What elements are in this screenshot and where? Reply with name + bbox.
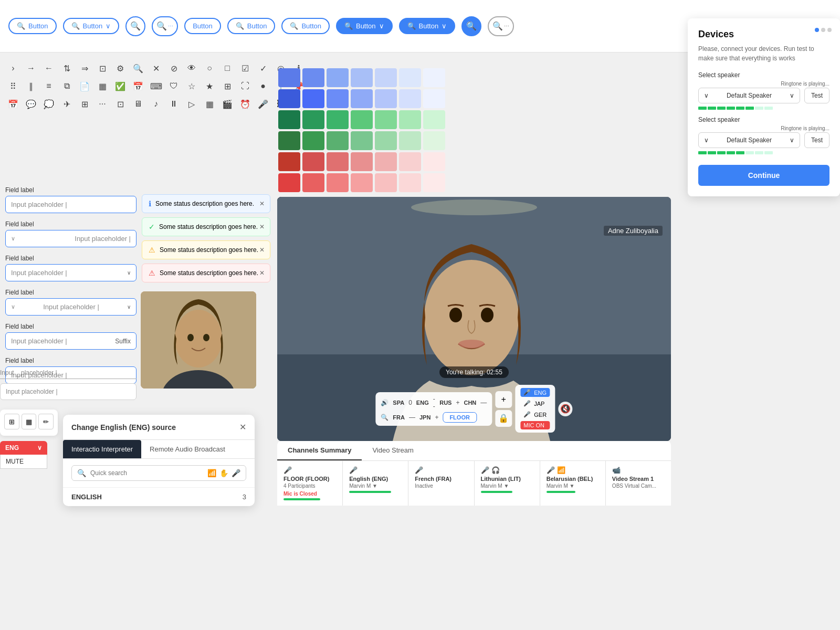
color-red-d5[interactable] xyxy=(375,173,397,192)
color-blue-d1[interactable] xyxy=(278,89,300,108)
color-green-5[interactable] xyxy=(375,110,397,129)
bottom-input-2[interactable]: Input placeholder | xyxy=(0,383,136,400)
color-green-2[interactable] xyxy=(302,110,324,129)
test-speaker1-btn[interactable]: Test xyxy=(804,88,830,103)
color-green-d2[interactable] xyxy=(302,131,324,150)
color-green-d5[interactable] xyxy=(375,131,397,150)
continue-btn[interactable]: Continue xyxy=(698,165,830,186)
search-more-btn-2[interactable]: 🔍⋯ xyxy=(488,16,514,36)
field-input-2[interactable]: ∨ Input placeholder | xyxy=(5,230,136,247)
color-blue-d7[interactable] xyxy=(423,89,445,108)
bottom-input-1[interactable]: Input _ placeholder | xyxy=(0,365,136,379)
tab-interactio[interactable]: Interactio Interpreter xyxy=(63,440,141,458)
color-green-4[interactable] xyxy=(351,110,373,129)
close-warning-btn[interactable]: ✕ xyxy=(259,246,265,254)
lang-dropdown-selected[interactable]: ENG ∨ xyxy=(0,441,47,455)
slash-icon[interactable]: ⊘ xyxy=(166,60,182,76)
star-outline-icon[interactable]: ☆ xyxy=(184,78,200,94)
color-red-6[interactable] xyxy=(399,152,421,171)
play-icon[interactable]: ▷ xyxy=(184,96,200,112)
speaker2-select[interactable]: ∨ Default Speaker ∨ xyxy=(698,132,800,148)
color-red-d1[interactable] xyxy=(278,173,300,192)
chevron-right-icon[interactable]: › xyxy=(5,60,21,76)
color-blue-d2[interactable] xyxy=(302,89,324,108)
button-filled-arrow[interactable]: 🔍 Button ∨ xyxy=(336,18,393,34)
color-red-d4[interactable] xyxy=(351,173,373,192)
color-blue-7[interactable] xyxy=(423,68,445,87)
close-icon[interactable]: ✕ xyxy=(148,60,164,76)
color-red-d3[interactable] xyxy=(327,173,349,192)
edit-btn[interactable]: ✏ xyxy=(38,414,54,429)
close-error-btn[interactable]: ✕ xyxy=(259,269,265,277)
field-input-4[interactable]: ∨ Input placeholder | ∨ xyxy=(5,298,136,316)
search-icon-grid[interactable]: 🔍 xyxy=(130,60,146,76)
close-info-btn[interactable]: ✕ xyxy=(259,200,265,207)
search-icon-btn[interactable]: 🔍 xyxy=(125,16,145,36)
mic-icon[interactable]: 🎤 xyxy=(255,96,271,112)
quick-search-input[interactable] xyxy=(90,469,203,477)
bubble-icon[interactable]: 💭 xyxy=(41,96,57,112)
lang-jap-option[interactable]: 🎤 JAP xyxy=(520,399,550,408)
close-success-btn[interactable]: ✕ xyxy=(259,223,265,230)
color-red-2[interactable] xyxy=(302,152,324,171)
color-blue-3[interactable] xyxy=(327,68,349,87)
english-item[interactable]: ENGLISH 3 xyxy=(63,487,255,506)
lang-ger-option[interactable]: 🎤 GER xyxy=(520,410,550,419)
color-red-d2[interactable] xyxy=(302,173,324,192)
color-green-3[interactable] xyxy=(327,110,349,129)
color-green-d4[interactable] xyxy=(351,131,373,150)
fullscreen-icon[interactable]: ⛶ xyxy=(237,78,253,94)
color-blue-d4[interactable] xyxy=(351,89,373,108)
color-red-5[interactable] xyxy=(375,152,397,171)
list-view-btn[interactable]: ▦ xyxy=(22,414,37,429)
color-blue-d6[interactable] xyxy=(399,89,421,108)
tab-channels-summary[interactable]: Channels Summary xyxy=(277,441,362,460)
button-search-3[interactable]: 🔍 Button xyxy=(227,18,276,34)
lock-icon-btn[interactable]: 🔒 xyxy=(495,410,512,427)
button-1[interactable]: 🔍 Button xyxy=(8,18,57,34)
color-blue-d3[interactable] xyxy=(327,89,349,108)
sort-icon[interactable]: ⇅ xyxy=(59,60,75,76)
forward-icon[interactable]: ⇒ xyxy=(77,60,92,76)
color-blue-4[interactable] xyxy=(351,68,373,87)
search-more-btn[interactable]: 🔍⋯ xyxy=(152,16,178,36)
color-green-d3[interactable] xyxy=(327,131,349,150)
color-blue-5[interactable] xyxy=(375,68,397,87)
color-blue-2[interactable] xyxy=(302,68,324,87)
drag-icon[interactable]: ⠿ xyxy=(5,78,21,94)
dots-grid-icon[interactable]: ⊡ xyxy=(94,60,110,76)
arrow-left-icon[interactable]: ← xyxy=(41,60,57,76)
color-blue-6[interactable] xyxy=(399,68,421,87)
lang-eng-option[interactable]: 🎤 ENG xyxy=(520,388,550,397)
color-green-d1[interactable] xyxy=(278,131,300,150)
mute-option[interactable]: MUTE xyxy=(0,455,47,469)
speaker1-select[interactable]: ∨ Default Speaker ∨ xyxy=(698,88,800,103)
gear-icon[interactable]: ⚙ xyxy=(112,60,128,76)
field-input-5[interactable]: Input placeholder | Suffix xyxy=(5,332,136,350)
arrow-right-icon[interactable]: → xyxy=(23,60,39,76)
chat-icon[interactable]: 💬 xyxy=(23,96,39,112)
eye-icon[interactable]: 👁 xyxy=(184,60,200,76)
button-2[interactable]: 🔍 Button ∨ xyxy=(63,18,120,34)
grid-view-btn[interactable]: ⊞ xyxy=(4,414,19,429)
color-blue-1[interactable] xyxy=(278,68,300,87)
color-green-d6[interactable] xyxy=(399,131,421,150)
color-red-7[interactable] xyxy=(423,152,445,171)
tab-video-stream[interactable]: Video Stream xyxy=(362,441,424,460)
tab-remote[interactable]: Remote Audio Broadcast xyxy=(141,440,234,458)
search-icon-filled-btn[interactable]: 🔍 xyxy=(461,16,481,36)
modal-search[interactable]: 🔍 📶 ✋ 🎤 xyxy=(71,465,246,481)
test-speaker2-btn[interactable]: Test xyxy=(804,132,830,148)
button-search-4[interactable]: 🔍 Button xyxy=(281,18,330,34)
checkbox-icon[interactable]: ☑ xyxy=(237,60,253,76)
modal-close-btn[interactable]: ✕ xyxy=(239,422,246,432)
send-icon[interactable]: ✈ xyxy=(59,96,75,112)
color-green-1[interactable] xyxy=(278,110,300,129)
color-red-3[interactable] xyxy=(327,152,349,171)
mic-on-btn[interactable]: MIC ON xyxy=(520,421,550,429)
floor-button[interactable]: FLOOR xyxy=(443,412,477,423)
button-filled-arrow-2[interactable]: 🔍 Button ∨ xyxy=(399,18,456,34)
field-input-3[interactable]: Input placeholder | ∨ xyxy=(5,264,136,281)
menu-icon[interactable]: ≡ xyxy=(41,78,57,94)
color-green-d7[interactable] xyxy=(423,131,445,150)
